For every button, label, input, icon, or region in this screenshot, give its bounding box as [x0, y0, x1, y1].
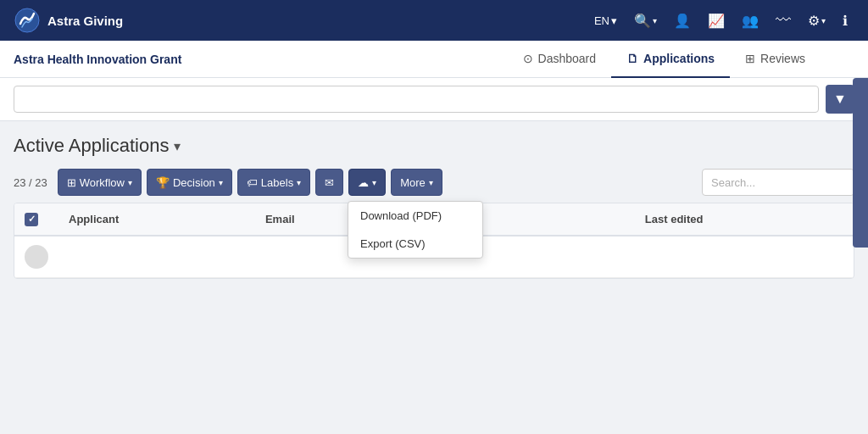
applicant-cell: [58, 236, 255, 278]
decision-button[interactable]: 🏆 Decision ▾: [147, 169, 232, 196]
workflow-caret: ▾: [128, 178, 132, 187]
user-nav-button[interactable]: 👤: [667, 8, 698, 34]
settings-nav-icon: ⚙: [808, 13, 820, 29]
astra-logo-icon: [14, 7, 41, 34]
settings-nav-button[interactable]: ⚙ ▾: [801, 8, 832, 34]
team-nav-button[interactable]: 👥: [735, 8, 765, 34]
search-input[interactable]: [702, 169, 854, 196]
section-heading-area: Active Applications ▾: [14, 135, 854, 157]
download-pdf-item[interactable]: Download (PDF): [348, 202, 482, 230]
email-icon: ✉: [325, 176, 334, 189]
language-selector[interactable]: EN ▾: [587, 9, 624, 32]
filter-bar: ▼: [0, 78, 868, 121]
reviews-icon: ⊞: [745, 52, 755, 65]
labels-caret: ▾: [297, 178, 301, 187]
sub-nav-tabs: ⊙ Dashboard 🗋 Applications ⊞ Reviews: [508, 41, 821, 78]
lang-label: EN: [594, 14, 609, 27]
last-edited-cell: [635, 236, 854, 278]
section-dropdown-arrow[interactable]: ▾: [174, 138, 181, 154]
last-edited-header: Last edited: [635, 203, 854, 236]
settings-caret: ▾: [821, 16, 826, 25]
select-all-checkbox[interactable]: ✓: [25, 213, 38, 226]
svg-point-0: [15, 8, 39, 32]
email-button[interactable]: ✉: [315, 169, 343, 196]
toolbar: 23 / 23 ⊞ Workflow ▾ 🏆 Decision ▾ 🏷 Labe…: [14, 169, 854, 196]
labels-icon: 🏷: [247, 176, 258, 189]
dashboard-icon: ⊙: [523, 52, 533, 65]
decision-caret: ▾: [219, 178, 223, 187]
tab-reviews[interactable]: ⊞ Reviews: [730, 41, 821, 78]
checkbox-header[interactable]: ✓: [14, 203, 58, 236]
info-nav-icon: ℹ: [843, 13, 848, 29]
activity-nav-button[interactable]: 〰: [769, 7, 798, 35]
filter-input[interactable]: [14, 86, 819, 113]
tab-dashboard[interactable]: ⊙ Dashboard: [508, 41, 612, 78]
workflow-icon: ⊞: [67, 176, 76, 189]
info-nav-button[interactable]: ℹ: [836, 8, 854, 34]
chart-nav-button[interactable]: 📈: [701, 8, 732, 34]
nav-right-area: EN ▾ 🔍 ▾ 👤 📈 👥 〰 ⚙ ▾ ℹ: [587, 7, 854, 35]
record-count: 23 / 23: [14, 176, 47, 189]
more-caret: ▾: [429, 178, 433, 187]
brand-logo-area[interactable]: Astra Giving: [14, 7, 123, 34]
search-caret: ▾: [653, 16, 657, 25]
sub-navigation: Astra Health Innovation Grant ⊙ Dashboar…: [0, 41, 868, 78]
user-nav-icon: 👤: [674, 13, 691, 29]
search-nav-icon: 🔍: [634, 13, 651, 29]
search-area: [702, 169, 854, 196]
lang-caret: ▾: [611, 14, 617, 27]
export-caret: ▾: [372, 178, 376, 187]
search-nav-button[interactable]: 🔍 ▾: [627, 8, 664, 34]
applications-icon: 🗋: [626, 52, 638, 65]
decision-icon: 🏆: [156, 176, 170, 189]
right-edge-bar: [853, 78, 868, 248]
tab-applications[interactable]: 🗋 Applications: [611, 41, 730, 78]
applicant-header: Applicant: [58, 203, 255, 236]
filter-toggle-button[interactable]: ▼: [826, 85, 854, 114]
export-dropdown-menu: Download (PDF) Export (CSV): [348, 201, 483, 259]
row-checkbox-cell[interactable]: [14, 236, 58, 278]
activity-nav-icon: 〰: [776, 12, 791, 30]
brand-name: Astra Giving: [47, 14, 123, 28]
export-button[interactable]: ☁ ▾: [348, 169, 386, 196]
top-navigation: Astra Giving EN ▾ 🔍 ▾ 👤 📈 👥 〰 ⚙ ▾ ℹ: [0, 0, 868, 41]
team-nav-icon: 👥: [742, 13, 759, 29]
more-button[interactable]: More ▾: [391, 169, 442, 196]
filter-icon: ▼: [833, 92, 847, 107]
grant-title: Astra Health Innovation Grant: [14, 53, 181, 66]
row-avatar: [25, 245, 48, 269]
export-csv-item[interactable]: Export (CSV): [348, 230, 482, 258]
labels-button[interactable]: 🏷 Labels ▾: [237, 169, 310, 196]
cloud-icon: ☁: [358, 176, 369, 189]
active-applications-heading: Active Applications: [14, 135, 169, 157]
workflow-button[interactable]: ⊞ Workflow ▾: [58, 169, 142, 196]
main-content: Active Applications ▾ 23 / 23 ⊞ Workflow…: [0, 121, 868, 292]
chart-nav-icon: 📈: [708, 13, 725, 29]
